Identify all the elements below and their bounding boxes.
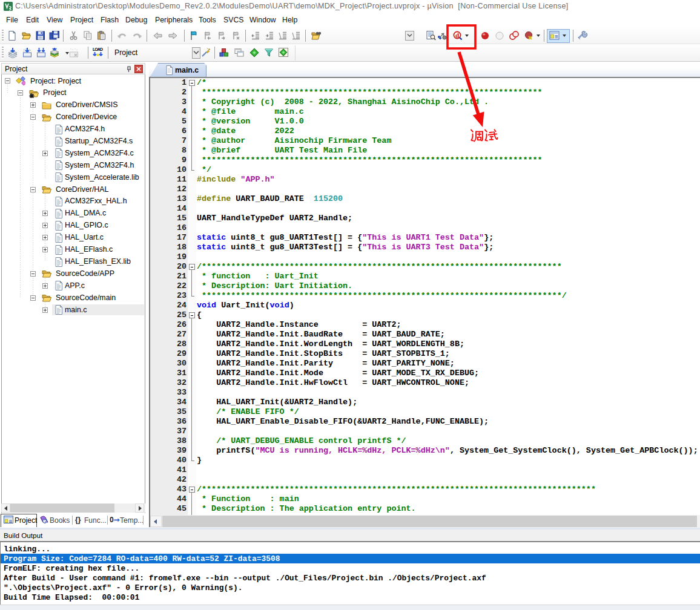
svg-text:?: ? bbox=[44, 518, 47, 524]
svg-text:d: d bbox=[455, 31, 459, 39]
svg-text:LOAD: LOAD bbox=[93, 47, 103, 51]
